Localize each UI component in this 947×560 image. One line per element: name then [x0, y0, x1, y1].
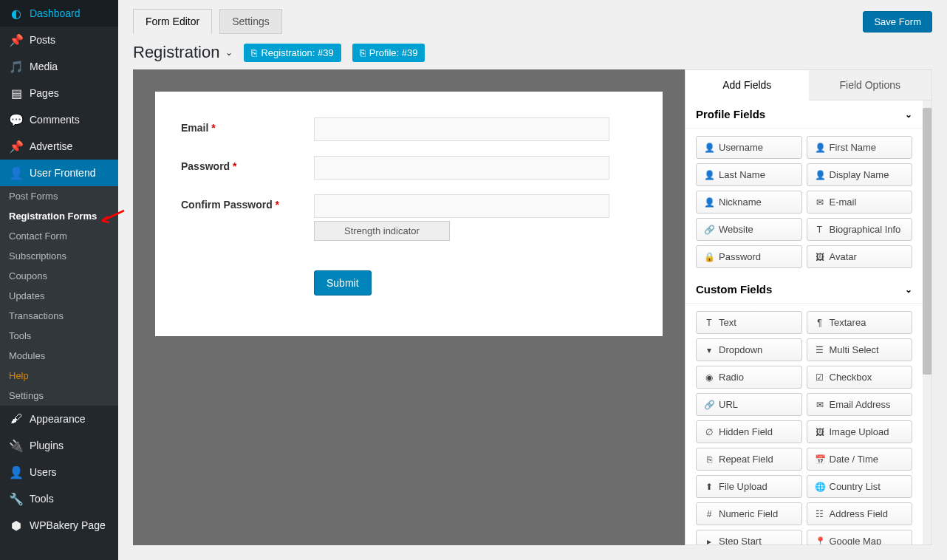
text-icon: T	[704, 318, 714, 328]
field-hidden[interactable]: ∅Hidden Field	[696, 420, 802, 443]
step-icon: ▸	[704, 536, 714, 545]
sidebar-item-comments[interactable]: 💬Comments	[0, 106, 118, 133]
field-last-name[interactable]: 👤Last Name	[696, 163, 802, 186]
chevron-down-icon: ⌄	[225, 47, 233, 58]
submenu-registration-forms[interactable]: Registration Forms	[0, 206, 118, 226]
sidebar-item-media[interactable]: 🎵Media	[0, 53, 118, 80]
sidebar-item-plugins[interactable]: 🔌Plugins	[0, 432, 118, 459]
password-row: Password *	[181, 156, 637, 180]
custom-fields-grid: TText ¶Textarea ▾Dropdown ☰Multi Select …	[686, 304, 923, 544]
field-url[interactable]: 🔗URL	[696, 393, 802, 416]
submenu-coupons[interactable]: Coupons	[0, 266, 118, 286]
page-title-text: Registration	[133, 43, 219, 62]
field-bio[interactable]: TBiographical Info	[807, 218, 913, 241]
caret-icon: ▾	[704, 345, 714, 355]
sidebar-label: User Frontend	[30, 167, 95, 179]
field-image-upload[interactable]: 🖼Image Upload	[807, 420, 913, 443]
field-radio[interactable]: ◉Radio	[696, 366, 802, 389]
submenu-tools[interactable]: Tools	[0, 326, 118, 346]
field-username[interactable]: 👤Username	[696, 136, 802, 159]
field-numeric[interactable]: #Numeric Field	[696, 502, 802, 525]
field-nickname[interactable]: 👤Nickname	[696, 191, 802, 214]
field-text[interactable]: TText	[696, 311, 802, 334]
main-content: Form Editor Settings Save Form Registrat…	[118, 0, 947, 560]
field-country[interactable]: 🌐Country List	[807, 475, 913, 498]
field-display-name[interactable]: 👤Display Name	[807, 163, 913, 186]
field-email-address[interactable]: ✉Email Address	[807, 393, 913, 416]
envelope-icon: ✉	[815, 197, 825, 208]
submit-button[interactable]: Submit	[314, 270, 372, 296]
submenu-modules[interactable]: Modules	[0, 346, 118, 366]
sidebar-label: Media	[30, 61, 58, 72]
sidebar-item-appearance[interactable]: 🖌Appearance	[0, 406, 118, 432]
title-row: Registration⌄ ⎘Registration: #39 ⎘Profil…	[118, 43, 947, 69]
tab-settings[interactable]: Settings	[219, 9, 282, 34]
globe-icon: 🌐	[815, 482, 825, 492]
tab-field-options[interactable]: Field Options	[809, 70, 932, 100]
sidebar-item-dashboard[interactable]: ◐Dashboard	[0, 0, 118, 27]
plugin-icon: 🔌	[9, 438, 24, 453]
sidebar-item-user-frontend[interactable]: 👤User Frontend	[0, 160, 118, 186]
sidebar-label: Appearance	[30, 413, 86, 425]
profile-fields-grid: 👤Username 👤First Name 👤Last Name 👤Displa…	[686, 129, 923, 276]
content-row: Email * Password * Confirm Password * St…	[118, 69, 947, 560]
sidebar-item-advertise[interactable]: 📌Advertise	[0, 133, 118, 160]
submenu-contact-form[interactable]: Contact Form	[0, 226, 118, 246]
sidebar-item-users[interactable]: 👤Users	[0, 459, 118, 485]
field-multiselect[interactable]: ☰Multi Select	[807, 338, 913, 361]
field-date-time[interactable]: 📅Date / Time	[807, 448, 913, 471]
submenu-post-forms[interactable]: Post Forms	[0, 186, 118, 206]
confirm-password-input[interactable]	[314, 194, 609, 218]
field-google-map[interactable]: 📍Google Map	[807, 530, 913, 544]
sidebar-item-wpbakery[interactable]: ⬢WPBakery Page	[0, 512, 118, 539]
section-profile-fields[interactable]: Profile Fields⌄	[686, 100, 923, 129]
hash-icon: #	[704, 509, 714, 519]
top-bar: Form Editor Settings Save Form	[118, 0, 947, 43]
field-checkbox[interactable]: ☑Checkbox	[807, 366, 913, 389]
field-avatar[interactable]: 🖼Avatar	[807, 245, 913, 268]
tab-form-editor[interactable]: Form Editor	[133, 9, 212, 34]
registration-badge[interactable]: ⎘Registration: #39	[244, 44, 341, 62]
submenu-help[interactable]: Help	[0, 366, 118, 386]
brush-icon: 🖌	[9, 412, 24, 426]
pin-icon: 📌	[9, 139, 24, 154]
section-custom-fields[interactable]: Custom Fields⌄	[686, 276, 923, 304]
required-mark: *	[211, 122, 215, 134]
sidebar-submenu: Post Forms Registration Forms Contact Fo…	[0, 186, 118, 406]
field-address[interactable]: ☷Address Field	[807, 502, 913, 525]
tab-add-fields[interactable]: Add Fields	[686, 70, 809, 100]
field-website[interactable]: 🔗Website	[696, 218, 802, 241]
sidebar-item-posts[interactable]: 📌Posts	[0, 27, 118, 53]
radio-icon: ◉	[704, 372, 714, 383]
field-dropdown[interactable]: ▾Dropdown	[696, 338, 802, 361]
save-form-button[interactable]: Save Form	[863, 11, 932, 33]
user-icon: 👤	[704, 197, 714, 208]
field-file-upload[interactable]: ⬆File Upload	[696, 475, 802, 498]
field-textarea[interactable]: ¶Textarea	[807, 311, 913, 334]
field-repeat[interactable]: ⎘Repeat Field	[696, 448, 802, 471]
field-first-name[interactable]: 👤First Name	[807, 136, 913, 159]
scrollbar-thumb[interactable]	[923, 108, 931, 375]
calendar-icon: 📅	[815, 454, 825, 465]
password-input[interactable]	[314, 156, 609, 180]
field-password[interactable]: 🔒Password	[696, 245, 802, 268]
submenu-transactions[interactable]: Transactions	[0, 306, 118, 326]
field-step-start[interactable]: ▸Step Start	[696, 530, 802, 544]
panel-body[interactable]: Profile Fields⌄ 👤Username 👤First Name 👤L…	[686, 100, 923, 544]
envelope-icon: ✉	[815, 400, 825, 410]
submenu-updates[interactable]: Updates	[0, 286, 118, 306]
media-icon: 🎵	[9, 59, 24, 74]
sidebar-item-pages[interactable]: ▤Pages	[0, 80, 118, 106]
email-input[interactable]	[314, 117, 609, 141]
submenu-settings[interactable]: Settings	[0, 386, 118, 406]
panel-scrollbar[interactable]	[923, 100, 931, 544]
sidebar-label: Advertise	[30, 140, 72, 152]
sidebar-label: Posts	[30, 34, 55, 46]
email-row: Email *	[181, 117, 637, 141]
sidebar-item-tools[interactable]: 🔧Tools	[0, 485, 118, 512]
profile-badge[interactable]: ⎘Profile: #39	[352, 44, 425, 62]
page-title[interactable]: Registration⌄	[133, 43, 233, 62]
chevron-down-icon: ⌄	[905, 109, 912, 120]
field-email[interactable]: ✉E-mail	[807, 191, 913, 214]
submenu-subscriptions[interactable]: Subscriptions	[0, 246, 118, 266]
